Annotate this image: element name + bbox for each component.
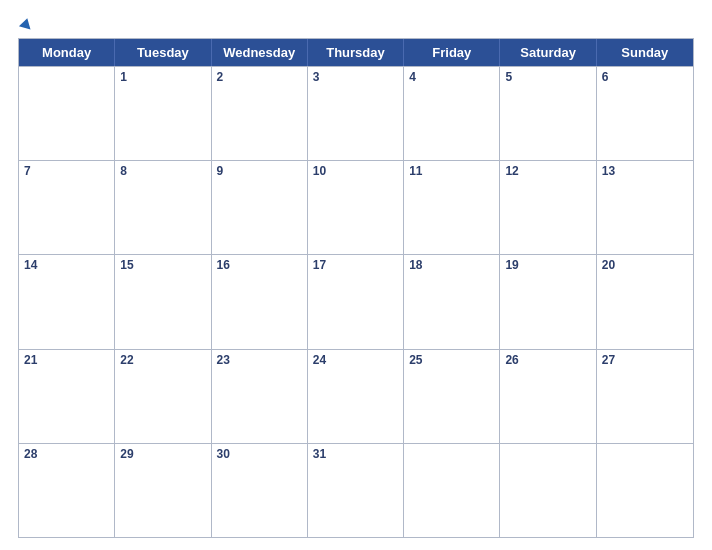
calendar-row: 123456	[19, 66, 693, 160]
calendar-cell: 6	[597, 67, 693, 160]
calendar-grid: MondayTuesdayWednesdayThursdayFridaySatu…	[18, 38, 694, 538]
calendar-cell: 21	[19, 350, 115, 443]
weekday-header: Thursday	[308, 39, 404, 66]
day-number: 16	[217, 258, 302, 274]
day-number: 20	[602, 258, 688, 274]
day-number: 17	[313, 258, 398, 274]
weekday-header: Saturday	[500, 39, 596, 66]
page-header	[18, 18, 694, 28]
calendar-cell: 19	[500, 255, 596, 348]
calendar-cell: 8	[115, 161, 211, 254]
calendar-cell: 30	[212, 444, 308, 537]
calendar-cell: 13	[597, 161, 693, 254]
weekday-header: Friday	[404, 39, 500, 66]
calendar-cell: 9	[212, 161, 308, 254]
calendar-cell: 29	[115, 444, 211, 537]
day-number: 6	[602, 70, 688, 86]
calendar-page: MondayTuesdayWednesdayThursdayFridaySatu…	[0, 0, 712, 550]
day-number: 3	[313, 70, 398, 86]
day-number: 7	[24, 164, 109, 180]
day-number: 11	[409, 164, 494, 180]
day-number: 8	[120, 164, 205, 180]
day-number: 21	[24, 353, 109, 369]
calendar-cell: 1	[115, 67, 211, 160]
calendar-cell	[597, 444, 693, 537]
calendar-cell	[19, 67, 115, 160]
day-number: 26	[505, 353, 590, 369]
day-number: 5	[505, 70, 590, 86]
calendar-cell: 4	[404, 67, 500, 160]
day-number: 19	[505, 258, 590, 274]
day-number: 31	[313, 447, 398, 463]
calendar-row: 21222324252627	[19, 349, 693, 443]
calendar-row: 14151617181920	[19, 254, 693, 348]
calendar-cell: 24	[308, 350, 404, 443]
calendar-row: 28293031	[19, 443, 693, 537]
day-number: 30	[217, 447, 302, 463]
weekday-header: Sunday	[597, 39, 693, 66]
day-number: 12	[505, 164, 590, 180]
day-number: 13	[602, 164, 688, 180]
calendar-cell: 28	[19, 444, 115, 537]
calendar-cell: 14	[19, 255, 115, 348]
logo-blue	[18, 18, 32, 28]
day-number: 10	[313, 164, 398, 180]
day-number: 14	[24, 258, 109, 274]
calendar-cell: 17	[308, 255, 404, 348]
day-number: 28	[24, 447, 109, 463]
calendar-cell: 16	[212, 255, 308, 348]
calendar-cell: 31	[308, 444, 404, 537]
calendar-cell: 12	[500, 161, 596, 254]
day-number: 1	[120, 70, 205, 86]
calendar-header-row: MondayTuesdayWednesdayThursdayFridaySatu…	[19, 39, 693, 66]
calendar-cell	[404, 444, 500, 537]
day-number: 18	[409, 258, 494, 274]
calendar-cell: 7	[19, 161, 115, 254]
calendar-cell: 20	[597, 255, 693, 348]
calendar-cell: 15	[115, 255, 211, 348]
day-number: 25	[409, 353, 494, 369]
day-number: 9	[217, 164, 302, 180]
calendar-cell: 5	[500, 67, 596, 160]
weekday-header: Wednesday	[212, 39, 308, 66]
weekday-header: Monday	[19, 39, 115, 66]
day-number: 29	[120, 447, 205, 463]
day-number: 2	[217, 70, 302, 86]
calendar-cell	[500, 444, 596, 537]
calendar-cell: 10	[308, 161, 404, 254]
calendar-cell: 22	[115, 350, 211, 443]
calendar-body: 1234567891011121314151617181920212223242…	[19, 66, 693, 537]
day-number: 22	[120, 353, 205, 369]
calendar-cell: 3	[308, 67, 404, 160]
calendar-cell: 27	[597, 350, 693, 443]
day-number: 24	[313, 353, 398, 369]
calendar-cell: 2	[212, 67, 308, 160]
day-number: 15	[120, 258, 205, 274]
calendar-row: 78910111213	[19, 160, 693, 254]
weekday-header: Tuesday	[115, 39, 211, 66]
day-number: 27	[602, 353, 688, 369]
logo	[18, 18, 32, 28]
calendar-cell: 26	[500, 350, 596, 443]
calendar-cell: 18	[404, 255, 500, 348]
calendar-cell: 23	[212, 350, 308, 443]
day-number: 4	[409, 70, 494, 86]
day-number: 23	[217, 353, 302, 369]
logo-triangle-icon	[19, 17, 33, 30]
calendar-cell: 11	[404, 161, 500, 254]
calendar-cell: 25	[404, 350, 500, 443]
